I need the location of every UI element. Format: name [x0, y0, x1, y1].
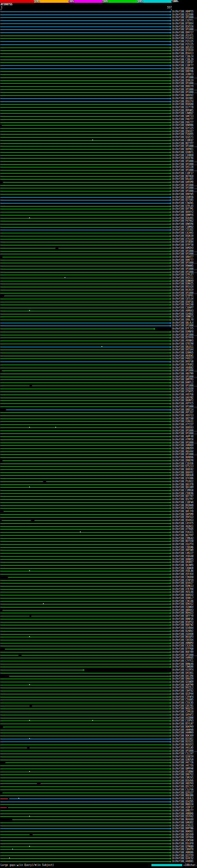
- alignment-segment[interactable]: [0, 655, 19, 655]
- alignment-segment[interactable]: [0, 589, 170, 590]
- alignment-segment[interactable]: [32, 706, 170, 706]
- alignment-segment[interactable]: [0, 433, 170, 434]
- hit-label[interactable]: UniRef100_C0WQ86: [172, 665, 193, 669]
- hit-label[interactable]: UniRef100_A5I471: [172, 34, 193, 37]
- hit-label[interactable]: UniRef100_B4IG11: [172, 277, 193, 280]
- alignment-segment[interactable]: [0, 329, 154, 329]
- alignment-segment[interactable]: [0, 442, 170, 443]
- hit-label[interactable]: UniRef100_Q4P5M9: [172, 513, 193, 516]
- hit-label[interactable]: UniRef100_A4IB88: [172, 716, 193, 720]
- hit-label[interactable]: UniRef100_B8NP26: [172, 618, 193, 621]
- alignment-segment[interactable]: [0, 810, 170, 811]
- alignment-segment[interactable]: [0, 670, 83, 670]
- hit-label[interactable]: UniRef100_P15125: [172, 43, 193, 46]
- hit-label[interactable]: UniRef100_B9ZZL2: [172, 686, 193, 689]
- alignment-segment[interactable]: [0, 391, 170, 392]
- alignment-segment[interactable]: [0, 823, 170, 823]
- hit-label[interactable]: UniRef100_Q5C2Y5: [172, 785, 193, 788]
- alignment-segment[interactable]: [0, 347, 170, 347]
- alignment-segment[interactable]: [0, 341, 170, 341]
- alignment-segment[interactable]: [0, 197, 170, 198]
- alignment-segment[interactable]: [0, 131, 170, 132]
- alignment-segment[interactable]: [0, 834, 30, 835]
- hit-label[interactable]: UniRef100_Q9BI77: [172, 809, 193, 812]
- alignment-segment[interactable]: [0, 385, 30, 386]
- hit-label[interactable]: UniRef100_A8BQK6: [172, 812, 193, 815]
- alignment-segment[interactable]: [0, 143, 170, 144]
- hit-label[interactable]: UniRef100_Q26E59: [172, 755, 193, 758]
- alignment-segment[interactable]: [0, 203, 170, 204]
- hit-label[interactable]: UniRef100_B6THG9: [172, 175, 193, 178]
- alignment-segment[interactable]: [0, 586, 170, 587]
- hit-label[interactable]: UniRef100_Q70P91: [172, 294, 193, 298]
- alignment-segment[interactable]: [0, 631, 170, 631]
- hit-label[interactable]: UniRef100_A8Q7H3: [172, 782, 193, 785]
- hit-label[interactable]: UniRef100_Q96LY8: [172, 318, 193, 321]
- alignment-segment[interactable]: [0, 718, 170, 718]
- alignment-segment[interactable]: [0, 445, 170, 446]
- alignment-segment[interactable]: [6, 409, 170, 410]
- alignment-segment[interactable]: [0, 81, 170, 81]
- alignment-segment[interactable]: [0, 463, 170, 464]
- alignment-segment[interactable]: [0, 700, 170, 700]
- hit-label[interactable]: UniRef100_B6SQY2: [172, 743, 193, 746]
- hit-label[interactable]: UniRef100_UP1000...: [172, 187, 197, 190]
- hit-label[interactable]: UniRef100_UP1000...: [172, 654, 197, 657]
- hit-label[interactable]: UniRef100_C1BF67: [172, 61, 193, 64]
- alignment-segment[interactable]: [30, 748, 170, 748]
- hit-label[interactable]: UniRef100_A9TYC5: [172, 402, 193, 405]
- hit-label[interactable]: UniRef100_B9SFU0: [172, 360, 193, 363]
- hit-label[interactable]: UniRef100_Q6JWR5: [172, 564, 193, 567]
- alignment-segment[interactable]: [0, 305, 170, 305]
- hit-label[interactable]: UniRef100_Q9AY17: [172, 31, 193, 34]
- hit-label[interactable]: UniRef100_Q38HU5: [172, 351, 193, 354]
- alignment-segment[interactable]: [46, 481, 170, 482]
- hit-label[interactable]: UniRef100_A5DL86: [172, 570, 193, 573]
- alignment-segment[interactable]: [0, 20, 170, 21]
- alignment-segment[interactable]: [0, 625, 170, 625]
- hit-label[interactable]: UniRef100_Q96EP8: [172, 459, 193, 462]
- hit-label[interactable]: UniRef100_Q17T78: [172, 106, 193, 109]
- alignment-segment[interactable]: [0, 697, 170, 698]
- hit-label[interactable]: UniRef100_A9NKC3: [172, 315, 193, 318]
- alignment-segment[interactable]: [0, 349, 170, 350]
- hit-label[interactable]: UniRef100_B7SDE4: [172, 22, 193, 25]
- hit-label[interactable]: UniRef100_A3LPT4: [172, 543, 193, 546]
- alignment-segment[interactable]: [0, 571, 170, 571]
- hit-label[interactable]: UniRef100_B3L6F0: [172, 842, 193, 845]
- alignment-segment[interactable]: [0, 167, 170, 167]
- alignment-segment[interactable]: [0, 709, 170, 709]
- alignment-segment[interactable]: [0, 188, 170, 188]
- hit-label[interactable]: UniRef100_UP1000...: [172, 369, 197, 372]
- alignment-segment[interactable]: [0, 68, 170, 69]
- hit-label[interactable]: UniRef100_P21451: [172, 37, 193, 40]
- alignment-segment[interactable]: [0, 826, 170, 826]
- hit-label[interactable]: UniRef100_Q54XG3: [172, 519, 193, 522]
- alignment-segment[interactable]: [0, 739, 170, 739]
- alignment-segment[interactable]: [2, 610, 170, 611]
- alignment-segment[interactable]: [0, 382, 170, 383]
- hit-label[interactable]: UniRef100_A2BDC3: [172, 73, 193, 76]
- alignment-segment[interactable]: [0, 532, 170, 533]
- hit-label[interactable]: UniRef100_B0EDJ4: [172, 803, 193, 806]
- alignment-segment[interactable]: [0, 311, 170, 311]
- hit-label[interactable]: UniRef100_UP1000...: [172, 291, 197, 295]
- alignment-segment[interactable]: [3, 182, 170, 183]
- alignment-segment[interactable]: [3, 727, 170, 727]
- hit-label[interactable]: UniRef100_UP1000...: [172, 453, 197, 456]
- hit-label[interactable]: UniRef100_UP1000...: [172, 169, 197, 172]
- hit-label[interactable]: UniRef100_C5DE96: [172, 492, 193, 495]
- alignment-segment[interactable]: [0, 646, 170, 646]
- hit-label[interactable]: UniRef100_Q6IQB1: [172, 97, 193, 100]
- alignment-segment[interactable]: [0, 556, 170, 557]
- alignment-segment[interactable]: [0, 275, 170, 275]
- hit-label[interactable]: UniRef100_A8P5W9: [172, 549, 193, 552]
- hit-label[interactable]: UniRef100_UP1000...: [172, 384, 197, 388]
- alignment-segment[interactable]: [0, 173, 170, 174]
- hit-label[interactable]: UniRef100_UP1000...: [172, 91, 197, 94]
- hit-label[interactable]: UniRef100_A9SY13: [172, 414, 193, 417]
- alignment-segment[interactable]: [0, 691, 170, 691]
- hit-label[interactable]: UniRef100_B0EQ86: [172, 794, 193, 797]
- hit-label[interactable]: UniRef100_Q7PLE7: [172, 273, 193, 277]
- alignment-segment[interactable]: [0, 736, 170, 736]
